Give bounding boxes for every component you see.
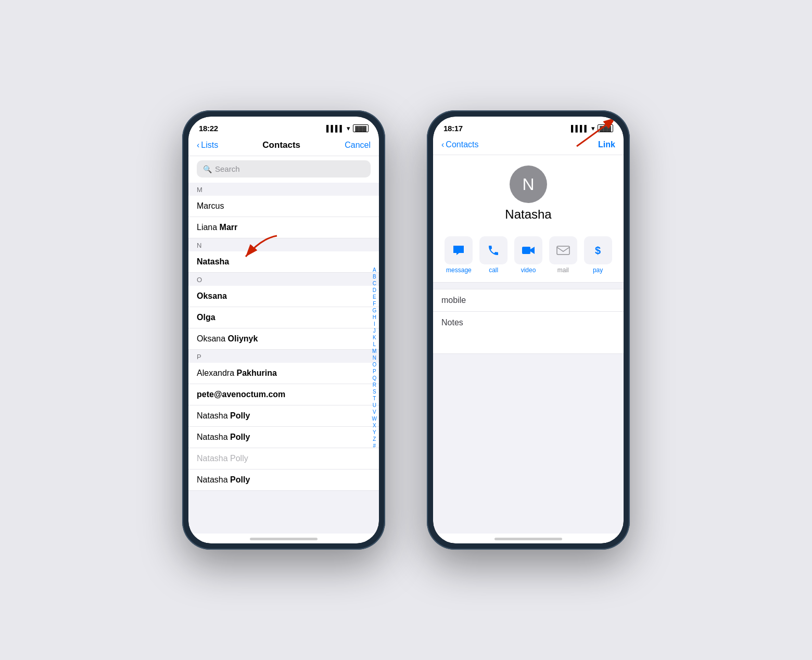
- alpha-t[interactable]: T: [372, 396, 377, 402]
- wifi-icon: ▾: [347, 124, 350, 132]
- contact-polly-2[interactable]: Natasha Polly: [188, 427, 379, 448]
- call-label: call: [489, 266, 498, 274]
- contact-email-pete: pete@avenoctum.com: [197, 390, 285, 399]
- alpha-hash[interactable]: #: [372, 443, 377, 449]
- video-label: video: [521, 266, 536, 274]
- action-pay[interactable]: $ pay: [584, 236, 612, 274]
- alpha-x[interactable]: X: [372, 423, 377, 429]
- action-call[interactable]: call: [479, 236, 508, 274]
- action-mail[interactable]: mail: [549, 236, 577, 274]
- section-header-m: M: [188, 183, 379, 196]
- contact-first-p2: Natasha: [197, 411, 230, 420]
- phone-1: 18:22 ▌▌▌▌ ▾ ▓▓▓ ‹ Lists Contacts Cancel: [182, 110, 385, 550]
- action-video[interactable]: video: [514, 236, 542, 274]
- contact-natasha[interactable]: Natasha: [188, 251, 379, 273]
- contact-first: Liana: [197, 223, 220, 232]
- nav-title-1: Contacts: [262, 140, 300, 150]
- action-row: message call: [433, 230, 624, 283]
- status-icons-1: ▌▌▌▌ ▾ ▓▓▓: [326, 124, 369, 132]
- alpha-s[interactable]: S: [372, 389, 377, 395]
- time-2: 18:17: [443, 124, 463, 133]
- alpha-j[interactable]: J: [372, 328, 377, 334]
- info-notes[interactable]: Notes: [433, 312, 624, 353]
- alpha-y[interactable]: Y: [372, 429, 377, 436]
- search-bar[interactable]: 🔍 Search: [197, 160, 371, 177]
- contact-polly-1[interactable]: Natasha Polly: [188, 405, 379, 427]
- contact-marcus[interactable]: Marcus: [188, 196, 379, 217]
- back-button-2[interactable]: ‹ Contacts: [441, 140, 478, 149]
- alpha-e[interactable]: E: [372, 294, 377, 300]
- alpha-i[interactable]: I: [372, 321, 377, 327]
- contact-first-p5: Natasha: [197, 475, 230, 484]
- info-section: mobile Notes: [433, 289, 624, 354]
- alphabet-index[interactable]: A B C D E F G H I J K L M N O P Q: [372, 267, 377, 449]
- alpha-k[interactable]: K: [372, 335, 377, 341]
- contact-last-p1: Pakhurina: [237, 369, 277, 377]
- contacts-list[interactable]: M Marcus Liana Marr N Natasha: [188, 183, 379, 534]
- alpha-z[interactable]: Z: [372, 436, 377, 442]
- contact-last-o: Oliynyk: [228, 334, 258, 343]
- alpha-w[interactable]: W: [372, 416, 377, 422]
- notes-label: Notes: [441, 318, 463, 327]
- action-message[interactable]: message: [445, 236, 473, 274]
- contact-last-p3: Polly: [230, 433, 250, 441]
- home-indicator-2: [433, 534, 624, 543]
- contact-first-p1: Alexandra: [197, 369, 237, 377]
- contact-header: N Natasha: [433, 155, 624, 230]
- alpha-u[interactable]: U: [372, 402, 377, 409]
- contact-pakhurina[interactable]: Alexandra Pakhurina: [188, 363, 379, 384]
- search-container: 🔍 Search: [188, 156, 379, 183]
- battery-icon: ▓▓▓: [353, 124, 369, 132]
- alpha-b[interactable]: B: [372, 274, 377, 280]
- alpha-f[interactable]: F: [372, 301, 377, 307]
- back-label-2: Contacts: [446, 140, 478, 149]
- alpha-a[interactable]: A: [372, 267, 377, 273]
- pay-label: pay: [593, 266, 603, 274]
- cancel-button[interactable]: Cancel: [345, 141, 371, 150]
- contact-oksana[interactable]: Oksana: [188, 286, 379, 307]
- search-icon: 🔍: [203, 165, 212, 173]
- alpha-r[interactable]: R: [372, 382, 377, 388]
- contact-detail-name: Natasha: [505, 207, 551, 222]
- mail-label: mail: [557, 266, 569, 274]
- alpha-h[interactable]: H: [372, 314, 377, 321]
- alpha-l[interactable]: L: [372, 341, 377, 348]
- pay-icon: $: [584, 236, 612, 264]
- alpha-p[interactable]: P: [372, 369, 377, 375]
- alpha-m[interactable]: M: [372, 348, 377, 354]
- status-bar-1: 18:22 ▌▌▌▌ ▾ ▓▓▓: [188, 117, 379, 136]
- avatar: N: [510, 166, 547, 203]
- home-bar-2: [494, 538, 562, 540]
- alpha-d[interactable]: D: [372, 287, 377, 294]
- contact-first-o: Oksana: [197, 334, 228, 343]
- alpha-o[interactable]: O: [372, 362, 377, 368]
- contact-oksana-oliynyk[interactable]: Oksana Oliynyk: [188, 328, 379, 350]
- contact-olga[interactable]: Olga: [188, 307, 379, 328]
- call-icon: [479, 236, 508, 264]
- contact-name: Marcus: [197, 201, 224, 210]
- red-arrow-1: [235, 233, 287, 264]
- alpha-g[interactable]: G: [372, 308, 377, 314]
- info-mobile[interactable]: mobile: [433, 289, 624, 312]
- contact-polly-3[interactable]: Natasha Polly: [188, 448, 379, 469]
- alpha-v[interactable]: V: [372, 409, 377, 415]
- nav-bar-1: ‹ Lists Contacts Cancel: [188, 136, 379, 156]
- phone-2: 18:17 ▌▌▌▌ ▾ ▓▓▓ ‹ Contacts Link: [427, 110, 630, 550]
- contact-name-oksana: Oksana: [197, 291, 227, 300]
- contact-name-olga: Olga: [197, 313, 215, 322]
- alpha-c[interactable]: C: [372, 281, 377, 287]
- contact-polly-4[interactable]: Natasha Polly: [188, 469, 379, 491]
- svg-rect-3: [557, 246, 569, 255]
- alpha-q[interactable]: Q: [372, 375, 377, 382]
- section-header-o: O: [188, 273, 379, 286]
- contact-last-p2: Polly: [230, 411, 250, 420]
- alpha-n[interactable]: N: [372, 355, 377, 361]
- home-bar-1: [250, 538, 318, 540]
- back-label-1: Lists: [201, 141, 218, 150]
- chevron-left-icon-2: ‹: [441, 140, 444, 149]
- contact-first-p3: Natasha: [197, 433, 230, 441]
- contact-pete[interactable]: pete@avenoctum.com: [188, 384, 379, 405]
- time-1: 18:22: [199, 124, 218, 133]
- back-button-1[interactable]: ‹ Lists: [197, 141, 218, 150]
- contact-last-p4: Polly: [230, 454, 248, 463]
